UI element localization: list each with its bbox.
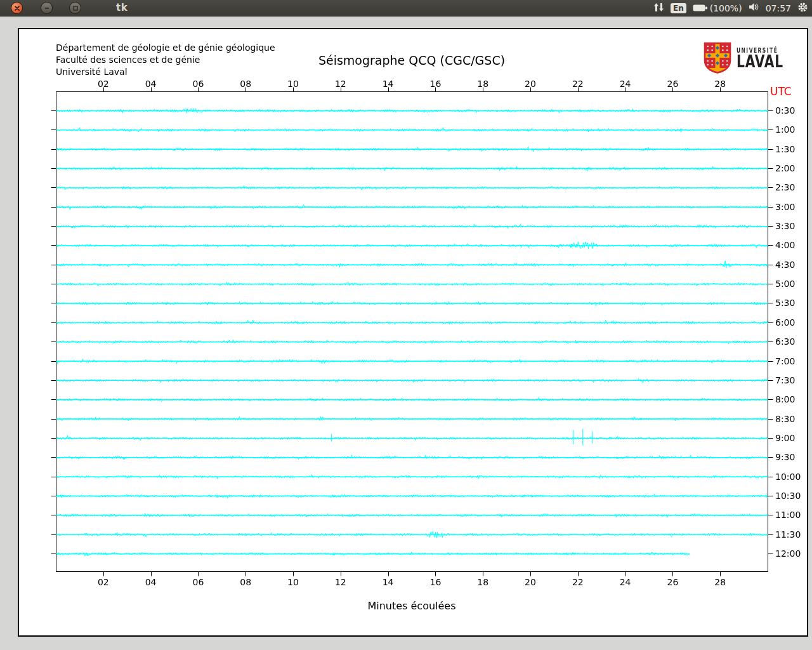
- trace-time-label: 7:30: [775, 375, 795, 385]
- minimize-icon: [43, 4, 51, 12]
- volume-indicator[interactable]: [749, 3, 759, 13]
- header-line-3: Université Laval: [56, 66, 275, 78]
- seismograph-window: Département de géologie et de génie géol…: [18, 28, 808, 637]
- x-tick-label-top: 20: [521, 79, 540, 89]
- trace-time-label: 12:00: [775, 548, 801, 559]
- trace-time-label: 8:30: [775, 414, 795, 424]
- x-tick-label-top: 26: [663, 79, 682, 89]
- trace-time-label: 6:00: [775, 317, 795, 328]
- trace-time-label: 9:00: [775, 433, 795, 443]
- chart-title: Séismographe QCQ (CGC/GSC): [221, 53, 602, 67]
- laval-logo-text: UNIVERSITÉ LAVAL: [737, 47, 783, 69]
- maximize-icon: [72, 4, 79, 12]
- logo-laval-text: LAVAL: [737, 54, 783, 69]
- x-tick-label-top: 04: [141, 79, 160, 89]
- x-tick-label-bottom: 28: [710, 577, 730, 587]
- trace-time-label: 1:30: [775, 144, 795, 154]
- trace-time-label: 2:30: [775, 182, 795, 192]
- system-tray: En (100%) 07:57: [653, 0, 808, 16]
- trace-time-label: 4:30: [775, 260, 795, 270]
- x-tick-label-bottom: 20: [521, 577, 540, 587]
- x-tick-label-top: 18: [473, 79, 492, 89]
- x-tick-label-bottom: 10: [284, 577, 303, 587]
- x-tick-label-bottom: 04: [141, 577, 160, 587]
- clock[interactable]: 07:57: [766, 3, 791, 13]
- screen: { "titlebar": { "title": "tk", "keyboard…: [0, 0, 812, 650]
- trace-time-label: 10:30: [775, 491, 801, 501]
- trace-time-label: 6:30: [775, 336, 795, 347]
- x-tick-label-bottom: 14: [379, 577, 398, 587]
- close-icon: [13, 4, 21, 12]
- trace-time-label: 5:00: [775, 279, 795, 289]
- network-arrows-icon: [653, 3, 664, 12]
- speaker-icon: [749, 3, 759, 11]
- trace-time-label: 9:30: [775, 452, 795, 462]
- trace-time-label: 10:00: [775, 472, 801, 482]
- trace-time-label: 1:00: [775, 124, 795, 135]
- x-tick-label-bottom: 24: [616, 577, 635, 587]
- x-tick-label-bottom: 06: [188, 577, 207, 587]
- trace-time-label: 3:00: [775, 202, 795, 212]
- x-tick-label-top: 24: [616, 79, 635, 89]
- x-tick-label-top: 12: [331, 79, 350, 89]
- battery-indicator[interactable]: (100%): [693, 3, 742, 13]
- trace-time-label: 4:00: [775, 240, 795, 250]
- session-menu[interactable]: [797, 2, 808, 15]
- x-tick-label-top: 10: [284, 79, 303, 89]
- trace-time-label: 3:30: [775, 221, 795, 231]
- x-tick-label-bottom: 18: [473, 577, 492, 587]
- gear-icon: [797, 2, 808, 13]
- trace-time-label: 11:30: [775, 529, 801, 540]
- x-axis-title: Minutes écoulées: [285, 600, 539, 612]
- x-tick-label-bottom: 08: [236, 577, 255, 587]
- laval-shield-icon: [703, 42, 732, 74]
- x-tick-label-bottom: 12: [331, 577, 350, 587]
- x-tick-label-bottom: 26: [663, 577, 682, 587]
- trace-time-label: 0:30: [775, 105, 795, 116]
- x-tick-label-top: 14: [379, 79, 398, 89]
- x-tick-label-bottom: 16: [426, 577, 445, 587]
- trace-time-label: 7:00: [775, 356, 795, 366]
- x-tick-label-bottom: 22: [568, 577, 587, 587]
- titlebar: tk En (100%) 07:57: [0, 0, 812, 17]
- minimize-button[interactable]: [41, 2, 53, 14]
- close-button[interactable]: [11, 2, 23, 14]
- trace-time-label: 11:00: [775, 510, 801, 520]
- trace-time-label: 8:00: [775, 394, 795, 404]
- x-tick-label-top: 22: [568, 79, 587, 89]
- utc-axis-label: UTC: [770, 85, 792, 98]
- maximize-button[interactable]: [69, 2, 81, 14]
- network-indicator[interactable]: [653, 3, 664, 14]
- seismogram-canvas: [18, 28, 808, 637]
- x-tick-label-top: 06: [188, 79, 207, 89]
- window-title: tk: [116, 2, 128, 13]
- keyboard-layout-indicator[interactable]: En: [671, 3, 686, 13]
- battery-icon: [693, 4, 708, 12]
- x-tick-label-top: 16: [426, 79, 445, 89]
- x-tick-label-top: 02: [94, 79, 113, 89]
- x-tick-label-top: 28: [710, 79, 730, 89]
- x-tick-label-top: 08: [236, 79, 255, 89]
- battery-percentage: (100%): [710, 3, 742, 13]
- header-line-1: Département de géologie et de génie géol…: [56, 42, 275, 54]
- laval-logo: UNIVERSITÉ LAVAL: [703, 42, 799, 74]
- trace-time-label: 5:30: [775, 298, 795, 308]
- x-tick-label-bottom: 02: [94, 577, 113, 587]
- trace-time-label: 2:00: [775, 163, 795, 173]
